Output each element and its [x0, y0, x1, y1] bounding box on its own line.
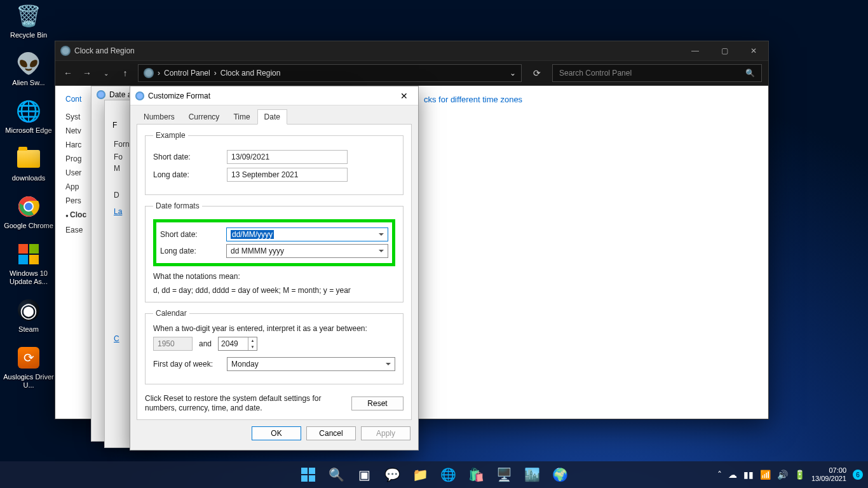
search-icon: 🔍 [745, 69, 755, 78]
notification-badge[interactable]: 6 [853, 470, 863, 480]
year-from-field: 1950 [153, 337, 193, 351]
win10-update-icon[interactable]: Windows 10 Update As... [2, 241, 55, 286]
cp-title-icon [60, 46, 71, 56]
first-day-label: First day of week: [153, 360, 227, 369]
calendar-legend: Calendar [153, 309, 189, 318]
explorer-icon[interactable]: 📁 [408, 463, 432, 487]
breadcrumb[interactable]: › Control Panel › Clock and Region ⌄ [138, 64, 522, 82]
chat-icon[interactable]: 💬 [380, 463, 404, 487]
steam-icon[interactable]: ◉Steam [2, 297, 55, 334]
svg-point-3 [24, 202, 33, 211]
forward-button[interactable]: → [81, 68, 93, 78]
breadcrumb-current[interactable]: Clock and Region [220, 69, 281, 78]
ok-button[interactable]: OK [252, 426, 301, 440]
close-button[interactable]: ✕ [739, 41, 768, 60]
refresh-button[interactable]: ⟳ [528, 68, 546, 78]
and-label: and [199, 339, 212, 348]
tab-time[interactable]: Time [226, 109, 257, 125]
alien-swarm-icon[interactable]: 👽Alien Sw... [2, 51, 55, 87]
system-tray: ˄ ☁ ▮▮ 📶 🔊 🔋 07:00 13/09/2021 6 [717, 466, 863, 483]
power-icon[interactable]: 🔋 [794, 470, 805, 480]
first-day-combo[interactable]: Monday [227, 357, 395, 371]
long-date-value: dd MMMM yyyy [231, 247, 284, 255]
bg-lang-link[interactable]: La [114, 207, 122, 216]
recycle-bin-icon[interactable]: 🗑️Recycle Bin [2, 3, 55, 39]
date-panel: Example Short date: 13/09/2021 Long date… [137, 124, 412, 420]
cp-titlebar[interactable]: Clock and Region ― ▢ ✕ [55, 41, 768, 60]
two-digit-text: When a two-digit year is entered, interp… [153, 324, 395, 333]
bg-acct-link[interactable]: C [114, 334, 119, 343]
tab-numbers[interactable]: Numbers [137, 109, 182, 125]
edge-taskbar-icon[interactable]: 🌐 [436, 463, 460, 487]
downloads-folder-icon[interactable]: downloads [2, 146, 55, 182]
maximize-button[interactable]: ▢ [710, 41, 739, 60]
example-short-value: 13/09/2021 [227, 150, 348, 164]
store-icon[interactable]: 🛍️ [464, 463, 488, 487]
bg-group: Forn [114, 140, 130, 149]
battery-icon[interactable]: ▮▮ [743, 470, 754, 480]
example-group: Example Short date: 13/09/2021 Long date… [145, 131, 403, 195]
clock-date: 13/09/2021 [811, 475, 846, 483]
calendar-group: Calendar When a two-digit year is entere… [145, 309, 403, 384]
onedrive-icon[interactable]: ☁ [728, 470, 737, 480]
example-short-label: Short date: [153, 152, 227, 161]
edge-icon[interactable]: 🌐Microsoft Edge [2, 98, 55, 135]
short-date-value: dd/MM/yyyy [231, 230, 274, 239]
example-legend: Example [153, 131, 188, 140]
date-formats-group: Date formats Short date: dd/MM/yyyy Long… [145, 201, 403, 302]
bg-row: Fo [114, 152, 123, 161]
cancel-button[interactable]: Cancel [306, 426, 356, 440]
reset-button[interactable]: Reset [351, 396, 403, 410]
clock-time: 07:00 [811, 466, 846, 475]
cp-search[interactable]: Search Control Panel 🔍 [552, 64, 762, 82]
chrome-icon[interactable]: Google Chrome [2, 194, 55, 230]
task-view-button[interactable]: ▣ [352, 463, 376, 487]
example-long-label: Long date: [153, 170, 227, 179]
wifi-icon[interactable]: 📶 [760, 470, 771, 480]
volume-icon[interactable]: 🔊 [777, 470, 788, 480]
taskbar-clock[interactable]: 07:00 13/09/2021 [811, 466, 846, 483]
long-date-combo[interactable]: dd MMMM yyyy [226, 244, 388, 258]
tray-chevron-icon[interactable]: ˄ [717, 470, 722, 480]
dialog-titlebar[interactable]: Customize Format ✕ [130, 86, 418, 105]
formats-legend: Date formats [153, 201, 202, 210]
spin-down-icon[interactable]: ▼ [248, 344, 257, 350]
apply-button[interactable]: Apply [361, 426, 410, 440]
breadcrumb-icon [144, 68, 154, 78]
back-button[interactable]: ← [62, 68, 74, 78]
app-icon-2[interactable]: 🏙️ [520, 463, 544, 487]
minimize-button[interactable]: ― [681, 41, 710, 60]
customize-format-dialog: Customize Format ✕ Numbers Currency Time… [130, 86, 419, 451]
breadcrumb-root[interactable]: Control Panel [164, 69, 210, 78]
year-to-spinner[interactable]: 2049 ▲▼ [218, 337, 257, 351]
taskbar-center: 🔍 ▣ 💬 📁 🌐 🛍️ 🖥️ 🏙️ 🌍 [296, 463, 572, 487]
spin-up-icon[interactable]: ▲ [248, 337, 257, 344]
up-button[interactable]: ↑ [119, 68, 132, 78]
short-date-combo[interactable]: dd/MM/yyyy [226, 227, 388, 241]
app-icon[interactable]: 🖥️ [492, 463, 516, 487]
search-button[interactable]: 🔍 [324, 463, 348, 487]
auslogics-icon[interactable]: ⟳Auslogics Driver U... [2, 345, 55, 390]
first-day-value: Monday [231, 360, 259, 369]
recent-dropdown[interactable]: ⌄ [100, 70, 112, 77]
tab-date[interactable]: Date [257, 109, 287, 125]
timezone-link[interactable]: cks for different time zones [424, 95, 756, 104]
cp-address-bar: ← → ⌄ ↑ › Control Panel › Clock and Regi… [55, 60, 768, 86]
dialog-tabs: Numbers Currency Time Date [137, 109, 412, 125]
bg-tab: F [112, 121, 117, 130]
notation-text: d, dd = day; ddd, dddd = day of week; M … [153, 285, 395, 295]
reset-text: Click Reset to restore the system defaul… [145, 394, 339, 413]
start-button[interactable] [296, 463, 320, 487]
bg-row: M [114, 164, 120, 173]
dialog-title: Customize Format [148, 92, 210, 100]
tab-currency[interactable]: Currency [182, 109, 227, 125]
notation-label: What the notations mean: [153, 271, 395, 281]
dialog-close-button[interactable]: ✕ [390, 86, 418, 105]
search-placeholder: Search Control Panel [559, 69, 632, 78]
highlight-box: Short date: dd/MM/yyyy Long date: dd MMM… [153, 219, 395, 266]
clock-region-icon[interactable]: 🌍 [548, 463, 572, 487]
year-to-value: 2049 [221, 339, 238, 348]
dialog-footer: OK Cancel Apply [130, 426, 418, 447]
cp-title: Clock and Region [74, 46, 135, 55]
long-date-label: Long date: [160, 247, 226, 255]
